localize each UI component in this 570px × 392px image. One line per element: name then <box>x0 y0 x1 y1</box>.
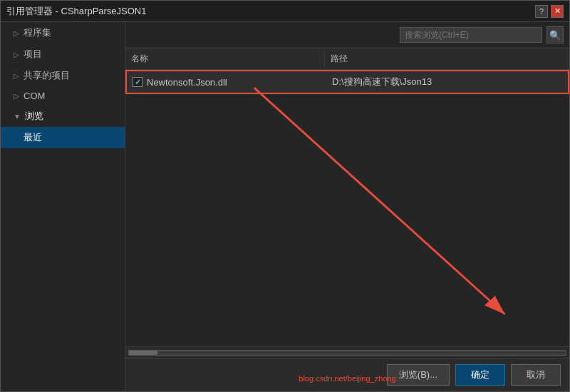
watermark: blog.csdn.net/beijing_zhong <box>299 374 395 383</box>
sidebar-item-com[interactable]: ▷ COM <box>1 86 125 105</box>
reference-manager-window: 引用管理器 - CSharpParseJSON1 ? ✕ ▷ 程序集 ▷ 项目 … <box>0 0 570 392</box>
row-checkbox[interactable] <box>133 77 142 87</box>
svg-line-1 <box>254 88 505 314</box>
scrollbar-thumb <box>129 351 157 355</box>
arrow-icon: ▷ <box>14 72 19 80</box>
col-name-header: 名称 <box>125 51 325 66</box>
sidebar-item-project[interactable]: ▷ 项目 <box>1 43 125 65</box>
main-panel: 🔍 名称 路径 Newtonsoft.Json.dll D:\搜狗高速下载\Js… <box>125 22 569 391</box>
browse-button[interactable]: 浏览(B)... <box>387 364 450 386</box>
bottom-buttons: blog.csdn.net/beijing_zhong 浏览(B)... 确定 … <box>125 358 569 391</box>
table-row[interactable]: Newtonsoft.Json.dll D:\搜狗高速下载\Json13 <box>125 70 569 94</box>
table-body: Newtonsoft.Json.dll D:\搜狗高速下载\Json13 <box>125 70 569 346</box>
sidebar-label-project: 项目 <box>24 48 42 61</box>
col-path-header: 路径 <box>325 51 353 66</box>
sidebar-label-shared: 共享的项目 <box>24 69 70 82</box>
content-area: ▷ 程序集 ▷ 项目 ▷ 共享的项目 ▷ COM ▼ 浏览 <box>1 22 569 391</box>
sidebar-item-shared[interactable]: ▷ 共享的项目 <box>1 65 125 86</box>
scrollbar-track <box>128 350 566 356</box>
arrow-icon: ▼ <box>14 113 21 120</box>
col-name-cell: Newtonsoft.Json.dll <box>127 76 326 89</box>
close-button[interactable]: ✕ <box>551 5 564 18</box>
help-button[interactable]: ? <box>535 5 548 18</box>
ok-button[interactable]: 确定 <box>455 364 505 386</box>
sidebar-label-recent: 最近 <box>24 131 42 144</box>
sidebar-label-browse: 浏览 <box>25 110 43 123</box>
sidebar-label-com: COM <box>24 91 45 101</box>
col-path-cell: D:\搜狗高速下载\Json13 <box>326 74 437 90</box>
sidebar-item-browse[interactable]: ▼ 浏览 <box>1 105 125 127</box>
dll-name: Newtonsoft.Json.dll <box>147 77 227 88</box>
arrow-icon: ▷ <box>14 29 19 37</box>
arrow-icon: ▷ <box>14 51 19 58</box>
sidebar: ▷ 程序集 ▷ 项目 ▷ 共享的项目 ▷ COM ▼ 浏览 <box>1 22 125 391</box>
search-button[interactable]: 🔍 <box>546 26 564 43</box>
arrow-icon: ▷ <box>14 92 19 100</box>
window-title: 引用管理器 - CSharpParseJSON1 <box>6 5 147 18</box>
cancel-button[interactable]: 取消 <box>511 364 561 386</box>
annotation-arrow <box>125 70 569 346</box>
table-area: 名称 路径 Newtonsoft.Json.dll D:\搜狗高速下载\Json… <box>125 48 569 358</box>
search-input[interactable] <box>400 27 542 43</box>
sidebar-item-assemblies[interactable]: ▷ 程序集 <box>1 22 125 43</box>
table-header: 名称 路径 <box>125 48 569 70</box>
title-controls: ? ✕ <box>535 5 564 18</box>
sidebar-item-recent[interactable]: 最近 <box>1 127 125 148</box>
title-bar: 引用管理器 - CSharpParseJSON1 ? ✕ <box>1 1 569 22</box>
sidebar-label-assemblies: 程序集 <box>24 26 51 39</box>
horizontal-scrollbar[interactable] <box>125 346 569 358</box>
top-bar: 🔍 <box>125 22 569 48</box>
